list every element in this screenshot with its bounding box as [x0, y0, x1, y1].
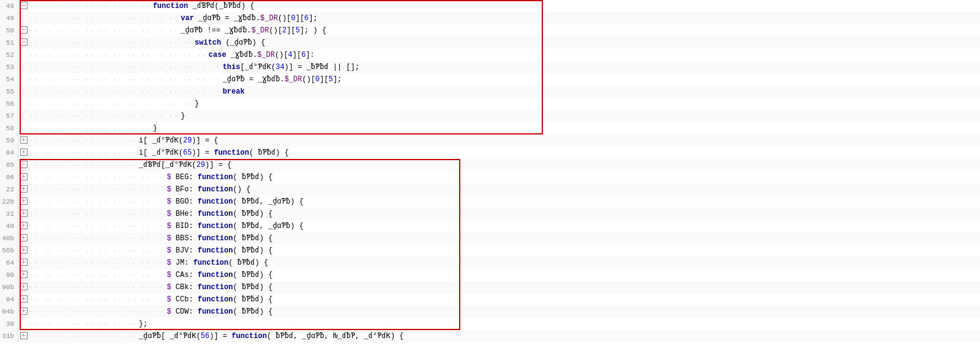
fold-toggle[interactable]: + — [18, 171, 29, 183]
line-number: 84 — [0, 147, 18, 159]
line-content: i[ _ɗ°ƤɗƘ(29)] = { — [137, 134, 980, 147]
line-number: 56b — [0, 245, 18, 257]
code-line: 84+·· ·· ·· ·· ·· ·· ·· ·· i[ _ɗ°ƤɗƘ(65)… — [0, 147, 980, 159]
fold-toggle[interactable]: + — [18, 196, 29, 208]
indent-dots: ·· ·· ·· ·· ·· ·· ·· ·· — [29, 318, 137, 330]
fold-toggle[interactable]: + — [18, 281, 29, 293]
code-line: 56 ·· ·· ·· ·· ·· ·· ·· ·· ·· ·· ·· ·· } — [0, 98, 980, 110]
line-content: $ BGO: function( ƀƤƀɗ, _ḓɑƤƀ) { — [164, 196, 980, 208]
indent-dots: ·· ·· ·· ·· ·· ·· ·· ·· ·· ·· — [29, 257, 164, 269]
indent-dots: ·· ·· ·· ·· ·· ·· ·· ·· — [29, 159, 137, 171]
fold-toggle[interactable]: + — [18, 306, 29, 318]
code-line: 56b+·· ·· ·· ·· ·· ·· ·· ·· ·· ·· $ BJV:… — [0, 245, 980, 257]
line-number: 49 — [0, 12, 18, 24]
line-content: break — [220, 86, 980, 98]
indent-dots: ·· ·· ·· ·· ·· ·· ·· ·· — [29, 147, 137, 159]
code-line: 22b+·· ·· ·· ·· ·· ·· ·· ·· ·· ·· $ BGO:… — [0, 196, 980, 208]
fold-toggle[interactable]: + — [18, 257, 29, 269]
line-content: } — [151, 122, 980, 134]
line-content: $ BJV: function( ƀƤƀɗ) { — [164, 245, 980, 257]
line-number: 90 — [0, 269, 18, 281]
line-content: switch (_ḓɑƤƀ) { — [192, 37, 980, 49]
indent-dots: ·· ·· ·· ·· ·· ·· ·· ·· ·· ·· — [29, 306, 164, 318]
code-line: 53 ·· ·· ·· ·· ·· ·· ·· ·· ·· ·· ·· ·· ·… — [0, 61, 980, 73]
indent-dots: ·· ·· ·· ·· ·· ·· ·· ·· ·· — [29, 0, 151, 12]
code-line: 50−·· ·· ·· ·· ·· ·· ·· ·· ·· ·· ·· _ḓɑƤ… — [0, 24, 980, 37]
indent-dots: ·· ·· ·· ·· ·· ·· ·· ·· ·· ·· — [29, 171, 164, 183]
code-lines-container: 48−·· ·· ·· ·· ·· ·· ·· ·· ·· function _… — [0, 0, 980, 342]
line-content: function _ɗƁƤɗ(_ƀƤƀɗ) { — [151, 0, 980, 12]
line-content: case _Ɣƀɗƀ.$_DR()[4][6]: — [206, 49, 980, 61]
code-line: 52 ·· ·· ·· ·· ·· ·· ·· ·· ·· ·· ·· ·· ·… — [0, 49, 980, 61]
fold-toggle[interactable]: − — [18, 159, 29, 171]
line-content: $ CBk: function( ƀƤƀɗ) { — [164, 281, 980, 293]
indent-dots: ·· ·· ·· ·· ·· ·· ·· ·· — [29, 330, 137, 342]
indent-dots: ·· ·· ·· ·· ·· ·· ·· ·· ·· ·· ·· ·· ·· ·… — [29, 61, 220, 73]
indent-dots: ·· ·· ·· ·· ·· ·· ·· ·· ·· ·· — [29, 208, 164, 220]
indent-dots: ·· ·· ·· ·· ·· ·· ·· ·· ·· ·· — [29, 281, 164, 293]
fold-toggle[interactable]: + — [18, 208, 29, 220]
line-content: $ BFo: function() { — [164, 183, 980, 196]
line-content: $ BBS: function( ƀƤƀɗ) { — [164, 232, 980, 245]
code-line: 22+·· ·· ·· ·· ·· ·· ·· ·· ·· ·· $ BFo: … — [0, 183, 980, 196]
line-content: _ɗƁƤɗ[_ɗ°ƤɗƘ(29)] = { — [137, 159, 980, 171]
indent-dots: ·· ·· ·· ·· ·· ·· ·· ·· — [29, 134, 137, 147]
code-line: 31+·· ·· ·· ·· ·· ·· ·· ·· ·· ·· $ BHe: … — [0, 208, 980, 220]
line-content: $ BID: function( ƀƤƀɗ, _ḓɑƤƀ) { — [164, 220, 980, 232]
line-number: 22b — [0, 196, 18, 208]
line-number: 52 — [0, 49, 18, 61]
line-number: 51 — [0, 37, 18, 49]
line-number: 30 — [0, 318, 18, 330]
indent-dots: ·· ·· ·· ·· ·· ·· ·· ·· ·· ·· ·· ·· ·· — [29, 49, 206, 61]
indent-dots: ·· ·· ·· ·· ·· ·· ·· ·· ·· — [29, 122, 151, 134]
line-content: $ BHe: function( ƀƤƀɗ) { — [164, 208, 980, 220]
line-number: 48 — [0, 0, 18, 12]
line-number: 48b — [0, 232, 18, 245]
fold-toggle[interactable]: + — [18, 183, 29, 196]
code-line: 58 ·· ·· ·· ·· ·· ·· ·· ·· ·· } — [0, 122, 980, 134]
indent-dots: ·· ·· ·· ·· ·· ·· ·· ·· ·· ·· — [29, 245, 164, 257]
line-content: $ BEG: function( ƀƤƀɗ) { — [164, 171, 980, 183]
code-line: 49 ·· ·· ·· ·· ·· ·· ·· ·· ·· ·· ·· var … — [0, 12, 980, 24]
line-number: 04b — [0, 306, 18, 318]
fold-toggle[interactable]: + — [18, 232, 29, 245]
line-number: 57 — [0, 110, 18, 122]
code-line: 06+·· ·· ·· ·· ·· ·· ·· ·· ·· ·· $ BEG: … — [0, 171, 980, 183]
fold-toggle[interactable]: + — [18, 220, 29, 232]
line-content: }; — [137, 318, 980, 330]
code-line: 55 ·· ·· ·· ·· ·· ·· ·· ·· ·· ·· ·· ·· ·… — [0, 86, 980, 98]
line-number: 50 — [0, 24, 18, 37]
indent-dots: ·· ·· ·· ·· ·· ·· ·· ·· ·· ·· ·· ·· ·· ·… — [29, 86, 220, 98]
fold-toggle[interactable]: − — [18, 0, 29, 12]
line-content: i[ _ɗ°ƤɗƘ(65)] = function( ƀƤƀɗ) { — [137, 147, 980, 159]
fold-toggle[interactable]: + — [18, 330, 29, 342]
line-number: 06 — [0, 171, 18, 183]
indent-dots: ·· ·· ·· ·· ·· ·· ·· ·· ·· ·· ·· ·· ·· ·… — [29, 73, 220, 86]
indent-dots: ·· ·· ·· ·· ·· ·· ·· ·· ·· ·· — [29, 220, 164, 232]
code-line: 51−·· ·· ·· ·· ·· ·· ·· ·· ·· ·· ·· ·· s… — [0, 37, 980, 49]
line-content: $ JM: function( ƀƤƀɗ) { — [164, 257, 980, 269]
indent-dots: ·· ·· ·· ·· ·· ·· ·· ·· ·· ·· — [29, 269, 164, 281]
code-line: 48b+·· ·· ·· ·· ·· ·· ·· ·· ·· ·· $ BBS:… — [0, 232, 980, 245]
fold-toggle[interactable]: + — [18, 293, 29, 306]
indent-dots: ·· ·· ·· ·· ·· ·· ·· ·· ·· ·· — [29, 196, 164, 208]
fold-toggle[interactable]: + — [18, 269, 29, 281]
code-line: 40+·· ·· ·· ·· ·· ·· ·· ·· ·· ·· $ BID: … — [0, 220, 980, 232]
fold-toggle[interactable]: + — [18, 147, 29, 159]
code-line: 31b+·· ·· ·· ·· ·· ·· ·· ·· _ḓɑƤƀ[ _ɗ°Ƥɗ… — [0, 330, 980, 342]
code-line: 04+·· ·· ·· ·· ·· ·· ·· ·· ·· ·· $ CCb: … — [0, 293, 980, 306]
indent-dots: ·· ·· ·· ·· ·· ·· ·· ·· ·· ·· ·· ·· — [29, 98, 192, 110]
code-line: 90+·· ·· ·· ·· ·· ·· ·· ·· ·· ·· $ CAs: … — [0, 269, 980, 281]
line-content: _ḓɑƤƀ[ _ɗ°ƤɗƘ(56)] = function( ƀƤƀɗ, _ḓɑ… — [137, 330, 980, 342]
line-number: 40 — [0, 220, 18, 232]
fold-toggle[interactable]: + — [18, 134, 29, 147]
line-number: 04 — [0, 293, 18, 306]
fold-toggle[interactable]: + — [18, 245, 29, 257]
fold-toggle[interactable]: − — [18, 37, 29, 49]
code-line: 30 ·· ·· ·· ·· ·· ·· ·· ·· }; — [0, 318, 980, 330]
line-number: 56 — [0, 98, 18, 110]
line-content: $ CDW: function( ƀƤƀɗ) { — [164, 306, 980, 318]
fold-toggle[interactable]: − — [18, 24, 29, 37]
line-content: } — [192, 98, 980, 110]
line-content: } — [178, 110, 980, 122]
